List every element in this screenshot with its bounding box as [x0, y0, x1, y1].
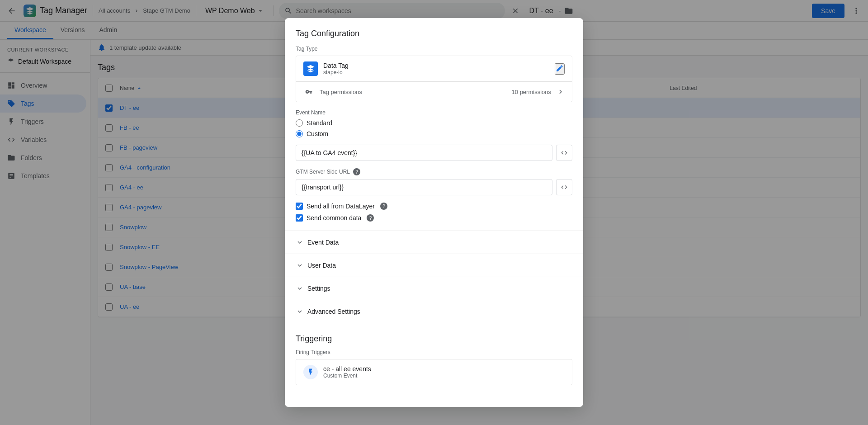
triggering-section: Triggering Firing Triggers ce - all ee e… — [285, 323, 583, 396]
user-data-label: User Data — [307, 262, 336, 269]
permissions-label: Tag permissions — [320, 89, 506, 95]
modal-bottom-spacer — [285, 396, 583, 407]
trigger-type: Custom Event — [323, 373, 565, 379]
permissions-count: 10 permissions — [512, 89, 551, 95]
expand-icon4 — [296, 307, 304, 316]
tag-type-info: Data Tag stape-io — [323, 62, 549, 76]
gtm-url-help-icon[interactable]: ? — [353, 168, 360, 175]
send-common-data-checkbox[interactable] — [296, 214, 303, 222]
event-name-label: Event Name — [296, 109, 572, 116]
tag-type-name: Data Tag — [323, 62, 549, 69]
send-datalayer-label: Send all from DataLayer — [307, 203, 375, 210]
event-name-input-row — [296, 145, 572, 161]
radio-custom[interactable]: Custom — [296, 130, 572, 137]
tag-config-modal: Tag Configuration Tag Type Data Tag stap… — [285, 18, 583, 407]
tag-permissions-item[interactable]: Tag permissions 10 permissions — [296, 82, 572, 102]
tag-type-card: Data Tag stape-io Tag permissions 10 per… — [296, 56, 572, 102]
trigger-info: ce - all ee events Custom Event — [323, 365, 565, 379]
radio-custom-input[interactable] — [296, 130, 303, 137]
tag-type-label: Tag Type — [296, 46, 572, 52]
tag-type-item: Data Tag stape-io — [296, 56, 572, 82]
trigger-card: ce - all ee events Custom Event — [296, 359, 572, 385]
expand-user-data[interactable]: User Data — [285, 254, 583, 277]
trigger-icon-circle — [303, 365, 318, 379]
gtm-server-url-input[interactable] — [296, 179, 552, 195]
tag-type-subtitle: stape-io — [323, 69, 549, 76]
expand-icon — [296, 238, 304, 246]
radio-custom-label: Custom — [307, 130, 328, 137]
expand-icon3 — [296, 284, 304, 293]
key-icon — [303, 86, 314, 97]
triggering-title: Triggering — [296, 334, 572, 344]
edit-icon — [556, 64, 564, 72]
expand-settings[interactable]: Settings — [285, 277, 583, 300]
variable-icon2 — [561, 184, 568, 191]
tag-config-title: Tag Configuration — [296, 29, 572, 38]
radio-standard-label: Standard — [307, 119, 332, 127]
variable-icon — [561, 149, 568, 156]
radio-standard[interactable]: Standard — [296, 119, 572, 127]
settings-label: Settings — [307, 285, 330, 292]
expand-advanced-settings[interactable]: Advanced Settings — [285, 300, 583, 323]
event-name-variable-button[interactable] — [556, 145, 572, 161]
expand-event-data[interactable]: Event Data — [285, 231, 583, 254]
send-common-data-row[interactable]: Send common data ? — [296, 214, 572, 222]
stape-icon — [306, 64, 315, 73]
chevron-right-icon — [557, 88, 565, 96]
advanced-settings-label: Advanced Settings — [307, 308, 360, 315]
expand-icon2 — [296, 261, 304, 269]
common-data-help-icon[interactable]: ? — [367, 214, 374, 222]
event-name-radio-group: Standard Custom — [296, 119, 572, 137]
trigger-item[interactable]: ce - all ee events Custom Event — [296, 359, 572, 385]
send-datalayer-checkbox[interactable] — [296, 203, 303, 210]
gtm-server-url-label: GTM Server Side URL ? — [296, 168, 572, 175]
gtm-server-url-input-row — [296, 179, 572, 195]
send-datalayer-row[interactable]: Send all from DataLayer ? — [296, 203, 572, 210]
event-name-input[interactable] — [296, 145, 552, 161]
modal-overlay[interactable]: Tag Configuration Tag Type Data Tag stap… — [0, 0, 868, 425]
trigger-name: ce - all ee events — [323, 365, 565, 373]
data-tag-icon — [303, 61, 318, 76]
radio-standard-input[interactable] — [296, 119, 303, 127]
tag-config-section: Tag Configuration Tag Type Data Tag stap… — [285, 18, 583, 222]
custom-event-icon — [307, 368, 315, 376]
firing-triggers-label: Firing Triggers — [296, 349, 572, 355]
event-data-label: Event Data — [307, 239, 339, 246]
gtm-url-variable-button[interactable] — [556, 179, 572, 195]
datalayer-help-icon[interactable]: ? — [380, 203, 387, 210]
send-common-data-label: Send common data — [307, 214, 361, 222]
tag-type-edit-button[interactable] — [555, 63, 565, 75]
